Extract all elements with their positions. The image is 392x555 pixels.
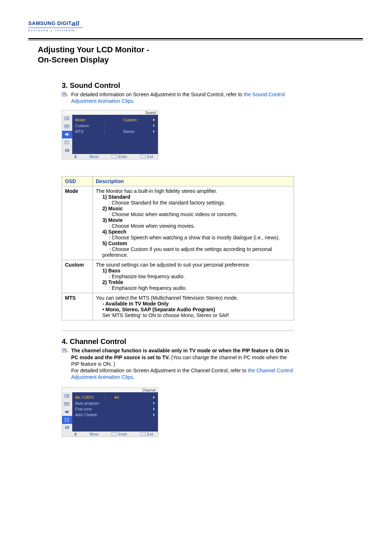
table-row: Mode The Monitor has a built-in high fid…	[62, 186, 294, 260]
channel-intro: The channel change function is available…	[71, 347, 294, 380]
osd-row-aircatv: Air / CATV : Air	[75, 394, 155, 400]
osd-row-adddelete: Add / Delete	[75, 412, 155, 418]
move-updown-icon	[74, 155, 83, 158]
osd-tab-picture-icon	[62, 392, 72, 400]
page-title: Adjusting Your LCD Monitor -On-Screen Di…	[28, 43, 181, 65]
arrow-right-icon	[153, 118, 155, 121]
svg-rect-10	[65, 141, 69, 144]
logo-tm: TM	[71, 29, 74, 32]
table-row: Custom The sound settings can be adjuste…	[62, 260, 294, 293]
svg-rect-24	[67, 403, 68, 404]
arrow-right-icon	[153, 402, 155, 405]
svg-rect-13	[65, 149, 66, 152]
osd-tab-channel-icon	[62, 416, 72, 424]
tip-icon	[62, 92, 68, 97]
osd-row-custom: Custom	[75, 123, 155, 129]
arrow-right-icon	[153, 124, 155, 127]
table-header-desc: Description	[93, 177, 294, 186]
osd-tab-sound-icon	[62, 408, 72, 416]
svg-rect-22	[65, 402, 69, 405]
logo-brand: SAMSUNG DIGIT	[28, 20, 72, 26]
osd-tabs	[62, 392, 72, 432]
osd-bottombar: Move Enter Exit	[62, 432, 158, 437]
table-row: MTS You can select the MTS (Multichannel…	[62, 293, 294, 320]
arrow-right-icon	[153, 396, 155, 399]
arrow-right-icon	[153, 413, 155, 416]
enter-button-icon	[111, 155, 117, 158]
arrow-right-icon	[153, 130, 155, 133]
osd-sound-preview: Sound Mode : Custom	[62, 110, 158, 159]
osd-row-mts: MTS : Stereo	[75, 129, 155, 134]
svg-rect-31	[68, 426, 69, 429]
osd-tab-setup-icon	[62, 424, 72, 432]
svg-marker-25	[65, 410, 68, 414]
svg-rect-8	[67, 126, 68, 127]
sound-control-heading: 3. Sound Control	[62, 81, 294, 90]
exit-button-icon	[140, 432, 146, 436]
svg-rect-15	[68, 149, 69, 152]
sound-intro: For detailed information on Screen Adjus…	[71, 91, 294, 104]
svg-rect-26	[65, 419, 69, 421]
osd-channel-title: Channel	[142, 388, 156, 392]
osd-tab-picture-icon	[62, 115, 72, 123]
osd-row-mode: Mode : Custom	[75, 117, 155, 123]
osd-channel-preview: Channel Air / CATV : Air	[62, 388, 158, 437]
svg-marker-9	[65, 133, 68, 136]
osd-tab-pip-icon	[62, 123, 72, 131]
osd-tab-setup-icon	[62, 146, 72, 154]
sound-description-table: OSD Description Mode The Monitor has a b…	[62, 176, 294, 320]
section-divider	[62, 331, 294, 331]
osd-row-finetune: Fine tune	[75, 406, 155, 412]
svg-rect-30	[67, 426, 68, 429]
svg-rect-14	[67, 149, 68, 152]
osd-tab-pip-icon	[62, 400, 72, 408]
logo-tagline: everyone's invited	[28, 29, 71, 32]
table-header-osd: OSD	[62, 177, 93, 186]
channel-control-heading: 4. Channel Control	[62, 337, 294, 346]
osd-row-autoprogram: Auto program	[75, 400, 155, 406]
svg-rect-7	[65, 126, 66, 127]
move-updown-icon	[74, 433, 83, 436]
exit-button-icon	[140, 155, 146, 158]
header-rule-thin	[28, 40, 363, 40]
svg-rect-29	[65, 426, 66, 429]
osd-tab-sound-icon	[62, 131, 72, 139]
logo: SAMSUNG DIGITall everyone's invitedTM	[0, 0, 392, 35]
osd-tab-channel-icon	[62, 138, 72, 146]
osd-bottombar: Move Enter Exit	[62, 154, 158, 159]
osd-tabs	[62, 115, 72, 154]
svg-point-21	[66, 395, 68, 397]
osd-sound-title: Sound	[145, 111, 156, 115]
svg-point-5	[66, 118, 68, 119]
svg-rect-6	[65, 125, 69, 128]
enter-button-icon	[111, 432, 117, 436]
tip-icon	[62, 348, 68, 353]
page-title-block: Adjusting Your LCD Monitor -On-Screen Di…	[28, 43, 363, 65]
logo-brand-suffix: all	[72, 20, 79, 27]
svg-rect-23	[65, 403, 66, 404]
arrow-right-icon	[153, 408, 155, 410]
